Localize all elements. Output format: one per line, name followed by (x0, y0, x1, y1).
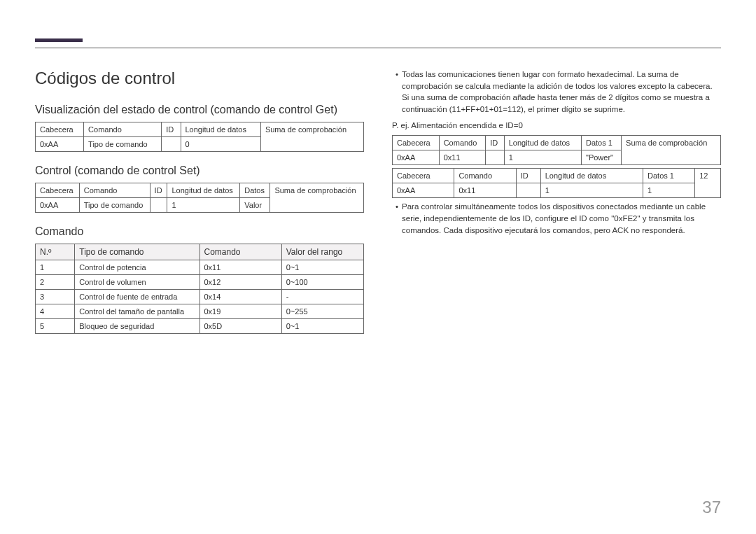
table-row: Cabecera Comando ID Longitud de datos Da… (393, 169, 721, 183)
cell: 0x14 (200, 290, 281, 304)
table-row: Cabecera Comando ID Longitud de datos Su… (36, 122, 364, 137)
th: Valor del rango (281, 244, 363, 260)
cell: Longitud de datos (504, 136, 581, 150)
cell: 0~1 (281, 260, 363, 275)
example-label: P. ej. Alimentación encendida e ID=0 (392, 120, 721, 132)
page-number: 37 (702, 498, 721, 517)
cell: Cabecera (36, 122, 84, 137)
cell: 0 (181, 137, 260, 152)
cell: 0xAA (393, 183, 454, 198)
cell: 1 (643, 183, 695, 198)
cell: Cabecera (393, 136, 440, 150)
cell: 0~1 (281, 319, 363, 334)
section-comando-heading: Comando (35, 225, 364, 238)
cell: Longitud de datos (167, 183, 240, 198)
cell: Control de fuente de entrada (75, 290, 200, 304)
table-row: 1Control de potencia0x110~1 (36, 260, 364, 275)
cell: Valor (240, 198, 270, 213)
cell: Comando (454, 169, 516, 183)
cell: 0~100 (281, 275, 363, 290)
th: N.º (36, 244, 75, 260)
cell: 1 (167, 198, 240, 213)
cell: ID (516, 169, 540, 183)
cell: Bloqueo de seguridad (75, 319, 200, 334)
cell: 0x5D (200, 319, 281, 334)
cell: Control de volumen (75, 275, 200, 290)
table-example-1: Cabecera Comando ID Longitud de datos Da… (392, 135, 721, 165)
th: Tipo de comando (75, 244, 200, 260)
cell: Cabecera (393, 169, 454, 183)
table-set: Cabecera Comando ID Longitud de datos Da… (35, 183, 364, 213)
right-column: • Todas las comunicaciones tienen lugar … (392, 69, 721, 334)
cell: Control del tamaño de pantalla (75, 304, 200, 319)
cell: Comando (79, 183, 150, 198)
cell: Comando (84, 122, 162, 137)
section-get-heading: Visualización del estado de control (com… (35, 104, 364, 116)
cell: ID (150, 183, 167, 198)
cell: 5 (36, 319, 75, 334)
cell: 0xAA (393, 150, 440, 165)
cell: Comando (439, 136, 486, 150)
cell: - (281, 290, 363, 304)
bullet-text: Todas las comunicaciones tienen lugar co… (402, 69, 721, 115)
cell: 1 (504, 150, 581, 165)
section-set-heading: Control (comando de control Set) (35, 164, 364, 177)
cell: Longitud de datos (540, 169, 643, 183)
table-example-2: Cabecera Comando ID Longitud de datos Da… (392, 168, 721, 198)
bullet-item: • Todas las comunicaciones tienen lugar … (392, 69, 721, 115)
cell: 4 (36, 304, 75, 319)
th: Comando (200, 244, 281, 260)
cell: 0x19 (200, 304, 281, 319)
cell: Suma de comprobación (260, 122, 363, 152)
cell: 0x12 (200, 275, 281, 290)
cell: Datos 1 (643, 169, 695, 183)
cell: 0xAA (36, 198, 80, 213)
cell: 1 (36, 260, 75, 275)
cell: Datos (240, 183, 270, 198)
cell: 3 (36, 290, 75, 304)
cell: "Power" (581, 150, 621, 165)
cell: Suma de comprobación (622, 136, 721, 165)
table-row: 3Control de fuente de entrada0x14- (36, 290, 364, 304)
cell: Tipo de comando (84, 137, 162, 152)
bullet-item: • Para controlar simultáneamente todos l… (392, 201, 721, 236)
bullet-text: Para controlar simultáneamente todos los… (402, 201, 721, 236)
table-row: 5Bloqueo de seguridad0x5D0~1 (36, 319, 364, 334)
table-row: 2Control de volumen0x120~100 (36, 275, 364, 290)
cell: 0~255 (281, 304, 363, 319)
cell (486, 150, 504, 165)
bullet-dot-icon: • (392, 201, 402, 236)
cell: ID (486, 136, 504, 150)
cell (516, 183, 540, 198)
cell (162, 137, 181, 152)
cell: 2 (36, 275, 75, 290)
cell: 0x11 (454, 183, 516, 198)
cell: Suma de comprobación (270, 183, 364, 213)
left-column: Códigos de control Visualización del est… (35, 69, 364, 334)
table-row: Cabecera Comando ID Longitud de datos Da… (36, 183, 364, 198)
table-row: 4Control del tamaño de pantalla0x190~255 (36, 304, 364, 319)
table-row: 0xAA 0x11 1 1 (393, 183, 721, 198)
bullet-dot-icon: • (392, 69, 402, 115)
header-accent-bar (35, 38, 83, 42)
table-comando: N.º Tipo de comando Comando Valor del ra… (35, 244, 364, 334)
cell: 0xAA (36, 137, 84, 152)
cell: Datos 1 (581, 136, 621, 150)
cell (150, 198, 167, 213)
cell: Longitud de datos (181, 122, 260, 137)
cell: 12 (695, 169, 721, 198)
cell: 0x11 (200, 260, 281, 275)
cell: ID (162, 122, 181, 137)
table-header-row: N.º Tipo de comando Comando Valor del ra… (36, 244, 364, 260)
cell: 1 (540, 183, 643, 198)
cell: Cabecera (36, 183, 80, 198)
table-get: Cabecera Comando ID Longitud de datos Su… (35, 122, 364, 152)
header-rule (35, 48, 721, 48)
cell: Control de potencia (75, 260, 200, 275)
page-title: Códigos de control (35, 69, 364, 88)
table-row: Cabecera Comando ID Longitud de datos Da… (393, 136, 721, 150)
cell: Tipo de comando (79, 198, 150, 213)
cell: 0x11 (439, 150, 486, 165)
